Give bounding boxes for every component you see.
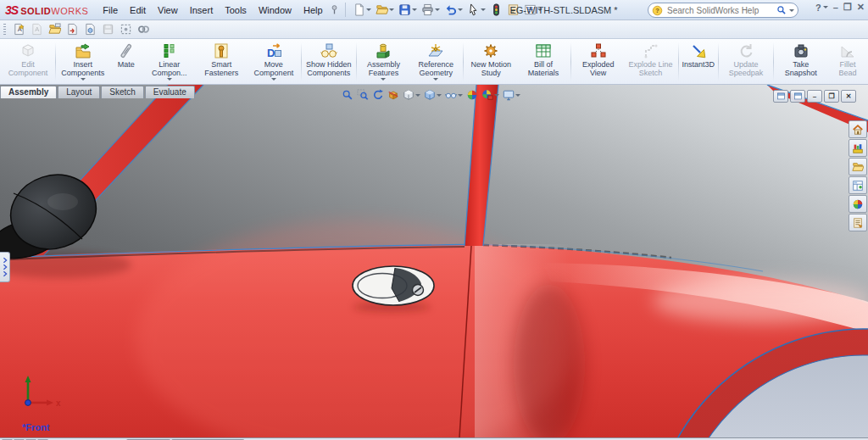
headsup-edit-appearance-button[interactable]: [465, 89, 479, 101]
quick-open-file-button[interactable]: [374, 3, 396, 17]
quick-save-caret[interactable]: [412, 8, 417, 11]
edit-appearance-icon: [466, 89, 478, 101]
ribbon-label-mate: Mate: [118, 61, 135, 70]
headsup-view-settings-button[interactable]: [502, 89, 521, 101]
ribbon-move-component-caret[interactable]: [271, 78, 276, 81]
headsup-view-orientation-caret[interactable]: [415, 94, 420, 97]
headsup-section-view-button[interactable]: [387, 89, 400, 101]
tab-sketch[interactable]: Sketch: [101, 86, 144, 98]
section-view-icon: [387, 89, 399, 101]
ribbon-new-motion-study-button[interactable]: New Motion Study: [465, 40, 517, 84]
menu-help[interactable]: Help: [298, 1, 329, 19]
ribbon-move-component-button[interactable]: DMove Component: [248, 40, 300, 84]
toolbar2-component-document-button[interactable]: [82, 22, 98, 37]
ribbon-label-smart-fasteners: Smart Fasteners: [198, 61, 245, 77]
show-hidden-components-icon: [320, 42, 337, 59]
taskpane-appearances-scenes-button[interactable]: [849, 195, 867, 213]
ribbon-reference-geometry-caret[interactable]: [433, 78, 438, 81]
pin-icon[interactable]: [329, 4, 340, 15]
headsup-view-settings-caret[interactable]: [515, 94, 520, 97]
toolbar2-new-annotation-button[interactable]: A: [11, 22, 27, 37]
view-orientation-label: *Front: [22, 422, 49, 432]
headsup-apply-scene-button[interactable]: [481, 89, 500, 101]
menu-view[interactable]: View: [152, 1, 184, 19]
toolbar2-insert-object-button[interactable]: [64, 22, 81, 37]
headsup-zoom-to-fit-button[interactable]: [341, 89, 354, 101]
linear-pattern-icon: [161, 42, 178, 59]
task-pane-strip: [849, 120, 867, 231]
menu-file[interactable]: File: [97, 1, 124, 19]
taskpane-solidworks-resources-button[interactable]: [849, 120, 867, 138]
door-handle[interactable]: [353, 266, 434, 312]
ribbon-linear-compon-caret[interactable]: [167, 78, 172, 81]
ribbon-linear-compon-button[interactable]: Linear Compon...: [143, 40, 196, 84]
ribbon-mate-button[interactable]: Mate: [109, 40, 143, 84]
ribbon-assembly-features-button[interactable]: Assembly Features: [358, 40, 410, 84]
taskpane-design-library-button[interactable]: [849, 139, 867, 157]
quick-new-file-caret[interactable]: [366, 8, 371, 11]
quick-print-caret[interactable]: [435, 8, 440, 11]
quick-print-button[interactable]: [420, 3, 442, 17]
ribbon-insert-components-button[interactable]: Insert Components: [57, 40, 109, 84]
tab-evaluate[interactable]: Evaluate: [145, 86, 195, 98]
doc-restore-button[interactable]: ❐: [824, 90, 839, 103]
tab-layout[interactable]: Layout: [58, 86, 100, 98]
close-button[interactable]: ✕: [857, 2, 865, 13]
search-dropdown-caret[interactable]: [789, 9, 794, 12]
taskpane-view-palette-button[interactable]: [849, 176, 867, 194]
menu-tools[interactable]: Tools: [219, 1, 253, 19]
menu-insert[interactable]: Insert: [184, 1, 220, 19]
search-magnifier-icon[interactable]: [776, 5, 787, 15]
ribbon-take-snapshot-button[interactable]: Take Snapshot: [775, 40, 827, 84]
minimize-button[interactable]: –: [833, 3, 838, 13]
tab-assembly[interactable]: Assembly: [0, 86, 57, 98]
headsup-previous-view-button[interactable]: [371, 89, 385, 101]
toolbar2-selection-filter-button[interactable]: [118, 22, 134, 37]
window-pane-b-button[interactable]: [790, 90, 805, 103]
ribbon-smart-fasteners-button[interactable]: Smart Fasteners: [196, 40, 248, 84]
doc-minimize-button[interactable]: –: [807, 90, 822, 103]
quick-undo-button[interactable]: [442, 3, 465, 17]
help-button[interactable]: ?: [815, 3, 828, 13]
solidworks-window: { "titlebar": { "logo": { "mark": "3S", …: [0, 0, 868, 440]
ribbon-assembly-features-caret[interactable]: [381, 78, 386, 81]
ribbon-label-insert-components: Insert Components: [59, 61, 107, 77]
doc-close-button[interactable]: ✕: [841, 90, 856, 103]
exploded-view-icon: [590, 42, 607, 59]
headsup-display-style-caret[interactable]: [437, 94, 442, 97]
feature-manager-expander[interactable]: [0, 252, 10, 282]
ribbon-insert-components-caret[interactable]: [81, 78, 86, 81]
reference-geometry-icon: [427, 42, 444, 59]
headsup-hide-show-items-caret[interactable]: [458, 94, 463, 97]
headsup-apply-scene-caret[interactable]: [494, 94, 499, 97]
ribbon-group-7: Update Speedpak: [720, 40, 772, 84]
ribbon-edit-component-button: Edit Component: [2, 40, 54, 84]
taskpane-file-explorer-button[interactable]: [849, 158, 867, 175]
ribbon-instant3d-button[interactable]: Instant3D: [680, 40, 718, 84]
headsup-view-orientation-button[interactable]: [402, 89, 421, 101]
quick-undo-caret[interactable]: [458, 8, 463, 11]
ribbon-reference-geometry-button[interactable]: Reference Geometry: [409, 40, 462, 84]
taskpane-custom-properties-button[interactable]: [849, 214, 867, 231]
menu-edit[interactable]: Edit: [124, 1, 152, 19]
quick-new-file-button[interactable]: [351, 3, 373, 17]
ribbon-label-fillet-bead: Fillet Bead: [830, 61, 865, 77]
ribbon-exploded-view-button[interactable]: Exploded View: [572, 40, 625, 84]
graphics-viewport[interactable]: x AssemblyLayoutSketchEvaluate –❐✕ *Fron…: [0, 85, 868, 437]
car-3d-model[interactable]: x: [0, 85, 868, 437]
toolbar2-open-document-button[interactable]: [47, 22, 63, 37]
menu-window[interactable]: Window: [253, 1, 298, 19]
ribbon-show-hidden-components-button[interactable]: Show Hidden Components: [303, 40, 355, 84]
headsup-hide-show-items-button[interactable]: [444, 89, 464, 101]
quick-open-file-caret[interactable]: [389, 8, 394, 11]
quick-save-button[interactable]: [397, 3, 419, 17]
ribbon-bill-of-materials-button[interactable]: Bill of Materials: [517, 40, 570, 84]
restore-button[interactable]: ❐: [843, 2, 852, 13]
headsup-display-style-button[interactable]: [423, 89, 442, 101]
toolbar-grip[interactable]: [3, 24, 6, 36]
ribbon-group-4: New Motion StudyBill of Materials: [465, 40, 570, 84]
window-pane-a-button[interactable]: [773, 90, 788, 103]
search-input[interactable]: [665, 5, 774, 16]
toolbar2-measure-links-button[interactable]: [136, 22, 152, 37]
headsup-zoom-to-area-button[interactable]: [356, 89, 370, 101]
